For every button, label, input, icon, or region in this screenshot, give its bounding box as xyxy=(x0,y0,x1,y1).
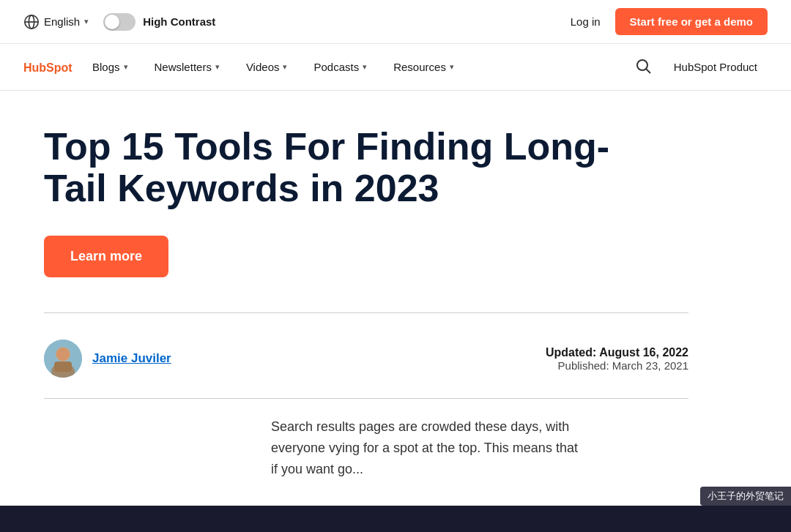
article-title: Top 15 Tools For Finding Long-Tail Keywo… xyxy=(44,126,645,209)
high-contrast-label: High Contrast xyxy=(143,15,215,28)
nav-podcasts-label: Podcasts xyxy=(313,61,359,73)
utility-bar-right: Log in Start free or get a demo xyxy=(571,8,768,35)
nav-newsletters[interactable]: Newsletters ▾ xyxy=(144,55,230,79)
globe-icon xyxy=(23,14,40,30)
svg-text:HubSpot: HubSpot xyxy=(23,61,73,73)
divider-top xyxy=(44,312,688,313)
svg-point-9 xyxy=(56,348,70,361)
article-intro: Search results pages are crowded these d… xyxy=(154,416,579,479)
author-info: Jamie Juviler xyxy=(44,340,171,378)
learn-more-button[interactable]: Learn more xyxy=(44,236,168,277)
hubspot-logo[interactable]: HubSpot xyxy=(23,57,76,78)
author-name-link[interactable]: Jamie Juviler xyxy=(92,351,171,366)
podcasts-chevron-icon: ▾ xyxy=(363,62,367,72)
high-contrast-toggle[interactable] xyxy=(103,13,135,31)
hubspot-product-link[interactable]: HubSpot Product xyxy=(664,55,768,79)
nav-resources-label: Resources xyxy=(393,61,446,73)
nav-videos[interactable]: Videos ▾ xyxy=(236,55,298,79)
avatar-image xyxy=(44,340,82,378)
svg-rect-10 xyxy=(54,361,72,372)
main-nav: HubSpot Blogs ▾ Newsletters ▾ Videos ▾ P… xyxy=(0,44,791,91)
author-meta: Jamie Juviler Updated: August 16, 2022 P… xyxy=(44,331,688,386)
search-icon xyxy=(634,57,652,75)
high-contrast-area: High Contrast xyxy=(103,13,215,31)
cta-button[interactable]: Start free or get a demo xyxy=(615,8,768,35)
svg-line-5 xyxy=(646,70,650,74)
updated-date: Updated: August 16, 2022 xyxy=(546,346,688,359)
divider-bottom xyxy=(44,398,688,399)
blogs-chevron-icon: ▾ xyxy=(124,62,128,72)
published-date: Published: March 23, 2021 xyxy=(546,359,688,372)
watermark: 小王子的外贸笔记 xyxy=(700,487,791,506)
nav-videos-label: Videos xyxy=(246,61,280,73)
nav-newsletters-label: Newsletters xyxy=(155,61,212,73)
utility-bar-left: English ▾ High Contrast xyxy=(23,13,215,31)
nav-podcasts[interactable]: Podcasts ▾ xyxy=(303,55,377,79)
search-button[interactable] xyxy=(628,51,658,83)
article-dates: Updated: August 16, 2022 Published: Marc… xyxy=(546,346,688,372)
toggle-knob xyxy=(105,15,119,29)
hubspot-logo-svg: HubSpot xyxy=(23,57,76,78)
resources-chevron-icon: ▾ xyxy=(450,62,454,72)
author-avatar xyxy=(44,340,82,378)
login-button[interactable]: Log in xyxy=(571,15,601,28)
language-chevron-icon: ▾ xyxy=(84,17,89,26)
nav-blogs-label: Blogs xyxy=(92,61,120,73)
nav-resources[interactable]: Resources ▾ xyxy=(383,55,464,79)
nav-blogs[interactable]: Blogs ▾ xyxy=(82,55,138,79)
language-label: English xyxy=(44,15,80,28)
videos-chevron-icon: ▾ xyxy=(283,62,287,72)
content-area: Top 15 Tools For Finding Long-Tail Keywo… xyxy=(0,91,732,503)
language-selector[interactable]: English ▾ xyxy=(23,14,89,30)
bottom-bar xyxy=(0,506,791,532)
newsletters-chevron-icon: ▾ xyxy=(215,62,220,72)
utility-bar: English ▾ High Contrast Log in Start fre… xyxy=(0,0,791,44)
svg-point-4 xyxy=(637,60,647,70)
